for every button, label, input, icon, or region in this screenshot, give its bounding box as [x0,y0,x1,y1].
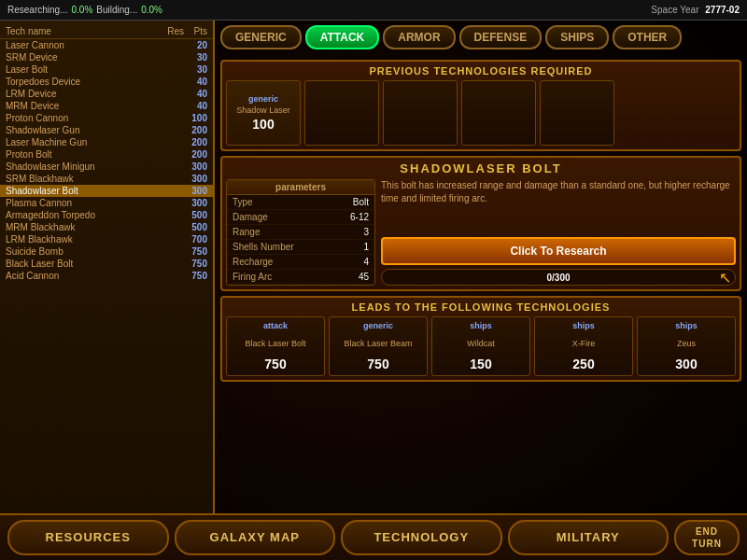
technology-button[interactable]: TECHNOLOGY [341,520,502,555]
tech-item-name: LRM Blackhawk [6,234,161,245]
tech-item-pts: 100 [184,113,207,123]
leads-to-category: generic [363,321,393,330]
tabs-row: GENERICATTACKARMORDEFENSESHIPSOTHER [220,25,741,49]
resources-button[interactable]: RESOURCES [7,520,169,555]
prereq-name: Shadow Laser [236,105,290,115]
tech-item-name: Black Laser Bolt [6,259,161,269]
tech-list-item[interactable]: SRM Blackhawk 300 [0,173,213,185]
param-label: Firing Arc [233,272,359,282]
tech-item-pts: 200 [184,125,207,135]
tech-list-item[interactable]: Laser Machine Gun 200 [0,136,213,148]
prereq-items: generic Shadow Laser 100 [226,80,736,146]
prereq-pts: 100 [252,117,274,132]
tech-list-item[interactable]: LRM Blackhawk 700 [0,233,213,245]
tech-list-item[interactable]: Armageddon Torpedo 500 [0,209,213,221]
leads-to-name: Black Laser Bolt [245,332,305,355]
research-button[interactable]: Click To Research [381,237,736,265]
tech-list-item[interactable]: Laser Bolt 30 [0,63,213,76]
tech-item-pts: 500 [184,222,207,232]
tech-list-item[interactable]: MRM Device 40 [0,100,213,112]
space-year-value: 2777-02 [705,5,740,15]
tech-list-item[interactable]: Shadowlaser Minigun 300 [0,161,213,173]
tech-item-name: Torpedoes Device [6,77,161,87]
tab-armor[interactable]: ARMOR [383,25,455,49]
tech-item-name: MRM Device [6,101,161,111]
tech-list-item[interactable]: Suicide Bomb 750 [0,245,213,258]
end-turn-button[interactable]: END TURN [674,520,740,555]
tech-list-item[interactable]: Laser Cannon 20 [0,39,213,51]
tech-item-name: Laser Cannon [6,40,161,50]
tech-item-pts: 300 [184,174,207,184]
tech-detail-title: SHADOWLASER BOLT [226,161,736,175]
tab-attack[interactable]: ATTACK [305,25,380,49]
tech-item-pts: 300 [184,186,207,196]
leads-to-item[interactable]: ships Wildcat 150 [431,316,530,376]
tech-list-item[interactable]: Plasma Cannon 300 [0,197,213,209]
progress-bar: 0/300 ↖ [381,269,736,286]
leads-to-name: Black Laser Beam [344,332,412,355]
param-label: Recharge [233,257,363,267]
tech-item-pts: 30 [184,64,207,75]
right-panel: PREVIOUS TECHNOLOGIES REQUIRED generic S… [215,54,747,513]
tech-detail-content: parameters Type Bolt Damage 6-12 Range 3… [226,179,736,286]
tech-list-item[interactable]: Proton Cannon 100 [0,112,213,124]
leads-to-item[interactable]: ships Zeus 300 [637,316,736,376]
leads-to-category: attack [263,321,288,330]
tech-list-item[interactable]: LRM Device 40 [0,88,213,100]
researching-pct: 0.0% [71,5,92,15]
tech-list[interactable]: Laser Cannon 20 SRM Device 30 Laser Bolt… [0,39,213,510]
tech-item-name: Shadowlaser Minigun [6,161,161,172]
tech-item-pts: 300 [184,161,207,172]
tech-params-rows: Type Bolt Damage 6-12 Range 3 Shells Num… [227,195,374,285]
tech-item-name: SRM Device [6,52,161,63]
space-year-label: Space Year [651,5,698,15]
col-name-header: Tech name [6,26,161,36]
tech-item-pts: 300 [184,198,207,208]
leads-to-pts: 750 [264,357,286,371]
leads-to-item[interactable]: generic Black Laser Beam 750 [329,316,428,376]
leads-to-item[interactable]: attack Black Laser Bolt 750 [226,316,325,376]
tech-param-row: Type Bolt [227,195,374,210]
leads-to-title: LEADS TO THE FOLLOWING TECHNOLOGIES [226,301,736,313]
tab-defense[interactable]: DEFENSE [459,25,543,49]
tech-item-pts: 40 [184,77,207,87]
tech-list-item[interactable]: Black Laser Bolt 750 [0,258,213,270]
param-value: 6-12 [350,212,369,222]
tech-item-name: Proton Cannon [6,113,161,123]
param-value: 3 [363,227,369,237]
tech-item-name: Shadowlaser Bolt [6,186,161,196]
tech-action: Click To Research 0/300 ↖ [381,237,736,286]
tech-list-item[interactable]: Shadowlaser Bolt 300 [0,185,213,197]
tech-list-item[interactable]: Proton Bolt 200 [0,148,213,161]
leads-to-items: attack Black Laser Bolt 750 generic Blac… [226,316,736,376]
leads-to-item[interactable]: ships X-Fire 250 [534,316,633,376]
tech-item-name: Shadowlaser Gun [6,125,161,135]
prereq-category: generic [248,94,278,104]
tech-desc-action: This bolt has increased range and damage… [381,179,736,286]
top-bar: Researching... 0.0% Building... 0.0% Spa… [0,0,747,21]
end-turn-label: END TURN [692,525,722,550]
military-button[interactable]: MILITARY [508,520,669,555]
tech-list-item[interactable]: Acid Cannon 750 [0,270,213,282]
tab-other[interactable]: OTHER [613,25,682,49]
tech-item-pts: 750 [184,259,207,269]
tab-ships[interactable]: SHIPS [545,25,609,49]
leads-to-name: X-Fire [572,332,596,355]
tab-generic[interactable]: GENERIC [220,25,302,49]
leads-to-name: Zeus [677,332,696,355]
tech-params-header: parameters [227,180,374,195]
tech-item-pts: 30 [184,52,207,63]
tech-param-row: Firing Arc 45 [227,270,374,285]
galaxy-map-button[interactable]: GALAXY MAP [175,520,336,555]
tech-list-item[interactable]: SRM Device 30 [0,51,213,63]
tech-list-item[interactable]: MRM Blackhawk 500 [0,221,213,233]
tech-list-header: Tech name Res Pts [0,24,213,39]
param-value: Bolt [353,197,369,207]
cursor-icon: ↖ [719,269,731,286]
tech-item-name: MRM Blackhawk [6,222,161,232]
researching-status: Researching... 0.0% Building... 0.0% [7,5,162,15]
tech-list-item[interactable]: Shadowlaser Gun 200 [0,124,213,136]
col-pts-header: Pts [184,26,207,36]
tech-list-item[interactable]: Torpedoes Device 40 [0,76,213,88]
col-res-header: Res [161,26,184,36]
